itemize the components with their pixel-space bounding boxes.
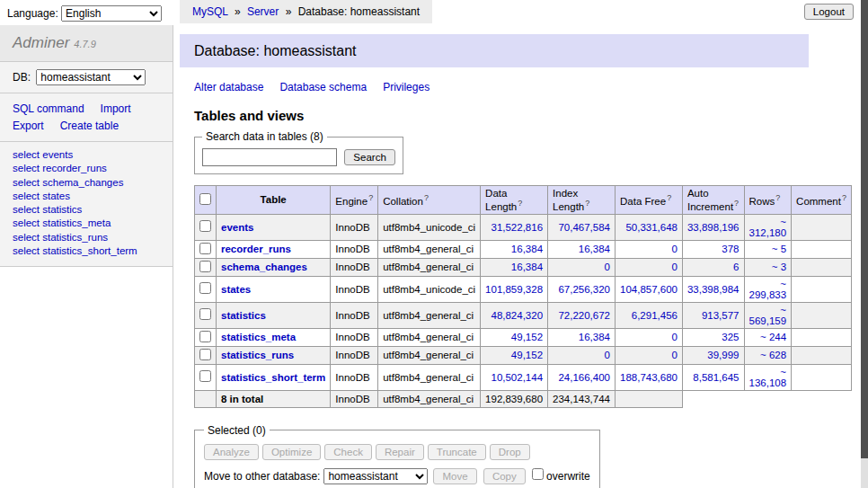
- data_free-link[interactable]: 50,331,648: [625, 222, 678, 233]
- rows-link[interactable]: ~ 3: [772, 262, 786, 272]
- column-header-data-length[interactable]: Data Length?: [481, 186, 548, 215]
- sidebar-table-link[interactable]: statistics_runs: [42, 232, 108, 243]
- table-name-link[interactable]: statistics_short_term: [221, 372, 325, 383]
- help-icon[interactable]: ?: [368, 193, 373, 202]
- row-checkbox[interactable]: [199, 308, 211, 320]
- column-header-collation[interactable]: Collation?: [378, 186, 481, 215]
- data_free-link[interactable]: 0: [672, 244, 678, 254]
- table-name-link[interactable]: recorder_runs: [221, 244, 291, 254]
- index_length-link[interactable]: 0: [605, 262, 610, 272]
- rows-link[interactable]: ~ 5: [772, 244, 786, 254]
- row-checkbox[interactable]: [199, 220, 211, 232]
- help-icon[interactable]: ?: [585, 199, 589, 208]
- search-input[interactable]: [202, 148, 337, 166]
- sidebar-select-link[interactable]: select: [13, 204, 40, 215]
- row-checkbox[interactable]: [199, 243, 211, 254]
- copy-button[interactable]: Copy: [483, 468, 526, 484]
- alter-database-link[interactable]: Alter database: [194, 81, 263, 93]
- column-header-auto-increment[interactable]: Auto Increment?: [682, 186, 744, 215]
- index_length-link[interactable]: 16,384: [579, 244, 610, 254]
- privileges-link[interactable]: Privileges: [383, 81, 430, 93]
- data_length-link[interactable]: 16,384: [511, 262, 543, 272]
- sidebar-table-link[interactable]: schema_changes: [42, 177, 123, 188]
- row-checkbox[interactable]: [199, 261, 211, 272]
- sidebar-select-link[interactable]: select: [13, 149, 40, 160]
- help-icon[interactable]: ?: [518, 199, 522, 208]
- data_length-link[interactable]: 101,859,328: [485, 284, 543, 295]
- table-name-link[interactable]: events: [221, 222, 253, 233]
- data_free-link[interactable]: 0: [672, 262, 678, 272]
- logout-button[interactable]: Logout: [804, 4, 854, 20]
- rows-link[interactable]: ~ 136,108: [749, 367, 787, 388]
- auto_increment-link[interactable]: 6: [733, 262, 739, 272]
- sidebar-select-link[interactable]: select: [13, 245, 40, 256]
- sidebar-table-link[interactable]: states: [42, 191, 70, 201]
- rows-link[interactable]: ~ 569,159: [749, 305, 787, 326]
- auto_increment-link[interactable]: 378: [722, 244, 739, 254]
- scrollbar-thumb[interactable]: [861, 0, 868, 458]
- sidebar-select-link[interactable]: select: [13, 217, 40, 228]
- search-button[interactable]: Search: [344, 149, 394, 165]
- table-name-link[interactable]: states: [221, 284, 251, 295]
- help-icon[interactable]: ?: [667, 193, 671, 202]
- language-select[interactable]: English: [61, 5, 162, 22]
- move-button[interactable]: Move: [433, 468, 476, 484]
- data_length-link[interactable]: 16,384: [511, 244, 543, 254]
- index_length-link[interactable]: 67,256,320: [558, 284, 610, 295]
- data_length-link[interactable]: 49,152: [511, 350, 543, 360]
- data_free-link[interactable]: 0: [672, 350, 678, 360]
- help-icon[interactable]: ?: [734, 199, 739, 208]
- database-schema-link[interactable]: Database schema: [279, 81, 367, 93]
- sidebar-select-link[interactable]: select: [13, 191, 40, 201]
- select-all-checkbox[interactable]: [199, 193, 211, 205]
- sidebar-import-link[interactable]: Import: [101, 102, 131, 115]
- rows-link[interactable]: ~ 244: [760, 332, 786, 342]
- drop-button[interactable]: Drop: [490, 444, 530, 460]
- column-header-comment[interactable]: Comment?: [792, 186, 852, 215]
- sidebar-table-link[interactable]: recorder_runs: [42, 163, 107, 173]
- overwrite-checkbox[interactable]: [532, 468, 544, 480]
- move-db-select[interactable]: homeassistant: [323, 468, 428, 484]
- sidebar-table-link[interactable]: statistics: [42, 204, 82, 215]
- column-header-data-free[interactable]: Data Free?: [616, 186, 683, 215]
- rows-link[interactable]: ~ 299,833: [749, 279, 787, 300]
- data_free-link[interactable]: 6,291,456: [632, 310, 678, 321]
- help-icon[interactable]: ?: [775, 193, 780, 202]
- sidebar-sql-command-link[interactable]: SQL command: [13, 102, 84, 115]
- db-select[interactable]: homeassistant: [36, 69, 146, 85]
- sidebar-create-table-link[interactable]: Create table: [60, 120, 119, 132]
- index_length-link[interactable]: 16,384: [579, 332, 610, 342]
- help-icon[interactable]: ?: [424, 193, 429, 202]
- data_length-link[interactable]: 48,824,320: [491, 310, 543, 321]
- breadcrumb-server-type-link[interactable]: MySQL: [192, 5, 228, 18]
- column-header-rows[interactable]: Rows?: [744, 186, 792, 215]
- data_free-link[interactable]: 188,743,680: [620, 372, 678, 383]
- index_length-link[interactable]: 0: [605, 350, 610, 360]
- index_length-link[interactable]: 70,467,584: [558, 222, 610, 233]
- column-header-index-length[interactable]: Index Length?: [548, 186, 616, 215]
- auto_increment-link[interactable]: 325: [722, 332, 739, 342]
- index_length-link[interactable]: 24,166,400: [558, 372, 610, 383]
- sidebar-export-link[interactable]: Export: [13, 120, 44, 132]
- rows-link[interactable]: ~ 628: [760, 350, 786, 360]
- help-icon[interactable]: ?: [842, 193, 846, 202]
- vertical-scrollbar[interactable]: [861, 0, 868, 488]
- sidebar-select-link[interactable]: select: [13, 232, 40, 243]
- table-name-link[interactable]: statistics_runs: [221, 350, 294, 360]
- table-name-link[interactable]: schema_changes: [221, 262, 307, 272]
- analyze-button[interactable]: Analyze: [204, 444, 259, 460]
- table-name-link[interactable]: statistics_meta: [221, 332, 296, 342]
- auto_increment-link[interactable]: 33,398,984: [687, 284, 740, 295]
- sidebar-table-link[interactable]: statistics_short_term: [42, 245, 137, 256]
- column-header-engine[interactable]: Engine?: [331, 186, 378, 215]
- data_free-link[interactable]: 104,857,600: [620, 284, 678, 295]
- table-name-link[interactable]: statistics: [221, 310, 266, 321]
- optimize-button[interactable]: Optimize: [262, 444, 321, 460]
- rows-link[interactable]: ~ 312,180: [749, 217, 787, 238]
- row-checkbox[interactable]: [199, 349, 211, 360]
- auto_increment-link[interactable]: 913,577: [702, 310, 740, 321]
- repair-button[interactable]: Repair: [376, 444, 424, 460]
- sidebar-table-link[interactable]: events: [42, 149, 73, 160]
- row-checkbox[interactable]: [199, 331, 211, 342]
- breadcrumb-server-link[interactable]: Server: [247, 5, 279, 18]
